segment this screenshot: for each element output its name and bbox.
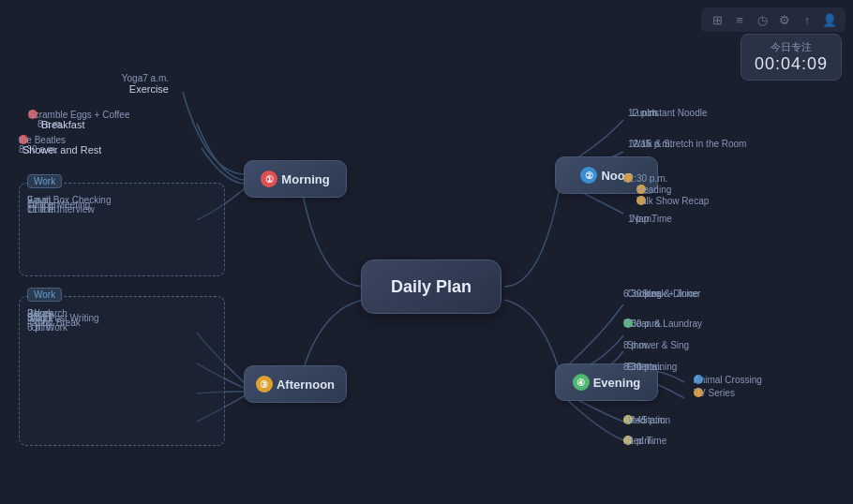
lunch-sub: Instant Noodle [647,108,708,118]
yoga-sub: Yoga [122,73,142,83]
afternoon-badge: ③ [256,376,273,393]
bedtime-name: Bed Time [627,436,666,446]
morning-item-breakfast: Scramble Eggs + Coffee 8 a.m. Breakfast [28,110,37,119]
evening-badge: ④ [573,374,590,391]
timer-label: 今日专注 [755,40,828,54]
morning-work-tag: Work [27,174,62,188]
center-node: Daily Plan [361,259,501,314]
afternoon-label: Afternoon [277,378,335,392]
eveshower-name: Shower & Sing [627,340,689,350]
meditation-name: Meditation [627,415,670,425]
animal-name: Animal Crossing [694,375,762,385]
settings-icon[interactable]: ⚙ [776,11,793,28]
tvseries-name: TV Series [694,388,735,398]
noon-badge: ② [580,167,597,184]
evening-item-bedtime: 11 p.m. Bed Time [623,436,633,445]
entertaining-name: Entertaining [627,362,677,372]
yoga-name: Exercise [129,83,169,95]
breakfast-sub: Scramble Eggs + Coffee [28,110,130,120]
breakfast-name: Breakfast [41,119,84,130]
user-icon[interactable]: 👤 [821,11,838,28]
talkshow-name: Talk Show Recap [636,196,709,206]
reading-time: 12:30 p.m. [623,173,667,184]
toolbar: ⊞ ≡ ◷ ⚙ ↑ 👤 [701,7,846,32]
offwork-label: Off Work [31,322,67,333]
reading-name: Reading [636,185,671,195]
timer-widget: 今日专注 00:04:09 [741,34,842,81]
center-node-label: Daily Plan [391,277,471,297]
clean-name: Clean & Laundray [627,319,702,329]
morning-node[interactable]: ① Morning [244,160,347,198]
evening-item-clean: 7:30 p.m. Clean & Laundray [623,319,633,328]
timer-value: 00:04:09 [755,54,828,74]
morning-item-yoga: Yoga 7 a.m. Exercise [56,73,169,95]
afternoon-work-box: Work Research 2 p.m. Work Blog Post Writ… [19,296,225,446]
noon-item-reading: 12:30 p.m. Reading Talk Show Recap [623,173,646,205]
evening-item-animal: Animal Crossing TV Series [694,375,703,397]
list-icon[interactable]: ≡ [731,11,748,28]
share-icon[interactable]: ↑ [799,11,816,28]
morning-badge: ① [261,170,277,187]
morning-item-shower: the Beatles 8:30 a.m. Shower and Rest [19,135,28,144]
afternoon-work-tag: Work [27,288,62,302]
walk-name: Walk & Stretch in the Room [632,139,746,149]
evening-item-meditation: 10:45 p.m. Meditation [623,415,633,424]
afternoon-node[interactable]: ③ Afternoon [244,365,347,403]
morning-work-box: Work Email Box Checking 9 a.m. Online Me… [19,183,225,276]
morning-label: Morning [281,172,329,186]
cooking-sub: Steak + Juice [642,289,698,299]
yoga-time: 7 a.m. [142,73,169,83]
shower-sub: the Beatles [19,135,66,145]
shower-name: Shower and Rest [22,144,101,156]
clock-icon[interactable]: ◷ [754,11,771,28]
grid-icon[interactable]: ⊞ [709,11,726,28]
nap-name: Nap Time [632,214,672,224]
interview-time: 11 a.m. [27,204,58,215]
evening-label: Evening [593,376,641,390]
